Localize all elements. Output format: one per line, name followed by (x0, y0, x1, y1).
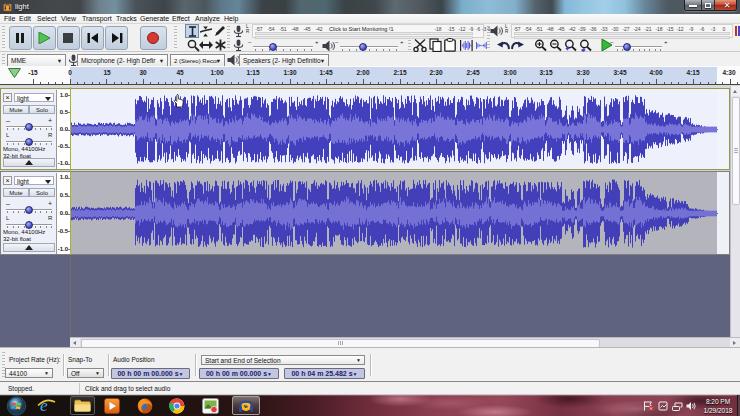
svg-text:e: e (40, 396, 48, 415)
